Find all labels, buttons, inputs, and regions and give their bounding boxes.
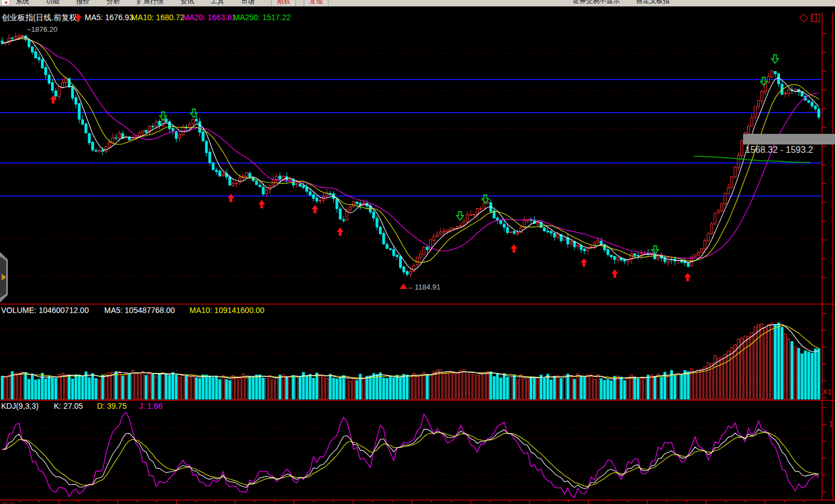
menu-item-news[interactable]: 资讯 [180,0,194,6]
main-chart-panel[interactable] [0,7,822,304]
menu-bar: ◂ 系统 功能 报价 分析 扩展行情 资讯 工具 市场 期权 发现 证券交易不显… [0,0,835,7]
menu-item-tools[interactable]: 工具 [211,0,224,6]
ma5-value: MA5: 1676.93 [85,13,133,22]
volume-value: VOLUME: 104600712.00 [1,306,89,315]
menu-item-options[interactable]: 期权 [271,0,296,7]
kdj-panel[interactable] [0,401,822,500]
volume-x1-label[interactable]: X1 [823,388,832,396]
price-range-band [743,134,835,144]
kdj-d-value: D: 39.75 [97,402,127,410]
price-range-label: 1568.32 - 1593.2 [745,145,813,155]
menu-item-discover[interactable]: 发现 [304,0,328,7]
peak-price-label: ~1876.20 [27,25,58,34]
menu-trade-display-label[interactable]: 证券交易不显示 [573,0,620,4]
diamond-icon[interactable] [799,13,809,23]
kdj-j-value: J: 1.66 [139,402,163,410]
menu-item-quote[interactable]: 报价 [76,0,90,6]
chart-title: 创业板指(日线.前复权) [2,13,80,23]
ma10-value: MA10: 1680.72 [131,13,184,22]
layout-split-icon[interactable] [810,13,820,23]
menu-custom-board-label[interactable]: 自定义板指 [636,0,670,4]
menu-item-extended-quotes[interactable]: 扩展行情 [137,0,164,6]
volume-panel[interactable] [0,305,822,400]
kdj-k-value: K: 27.05 [54,402,83,410]
menu-item-analysis[interactable]: 分析 [106,0,120,6]
low-price-label: ←1184.91 [407,283,440,291]
volume-ma5-value: MA5: 105487768.00 [104,306,175,315]
volume-ma10-value: MA10: 109141600.00 [189,306,265,315]
up-arrow-icon [75,13,82,22]
sidebar-flyout-handle[interactable] [0,252,8,302]
ma250-value: MA250: 1517.22 [233,13,291,22]
menu-item-function[interactable]: 功能 [46,0,59,6]
date-axis-partial-label: 2019 [1,501,15,504]
ma20-value: MA20: 1663.81 [183,13,236,22]
menu-item-market[interactable]: 市场 [241,0,254,6]
kdj-title: KDJ(9,3,3) [1,402,39,410]
app-logo-icon[interactable]: ◂ [1,0,10,6]
kdj-axis-label: 1 [829,419,833,428]
menu-item-system[interactable]: 系统 [16,0,29,6]
flyout-arrow-icon [2,274,6,281]
trading-app-window: { "menu": { "logo_glyph": "◂", "items": … [0,0,835,504]
